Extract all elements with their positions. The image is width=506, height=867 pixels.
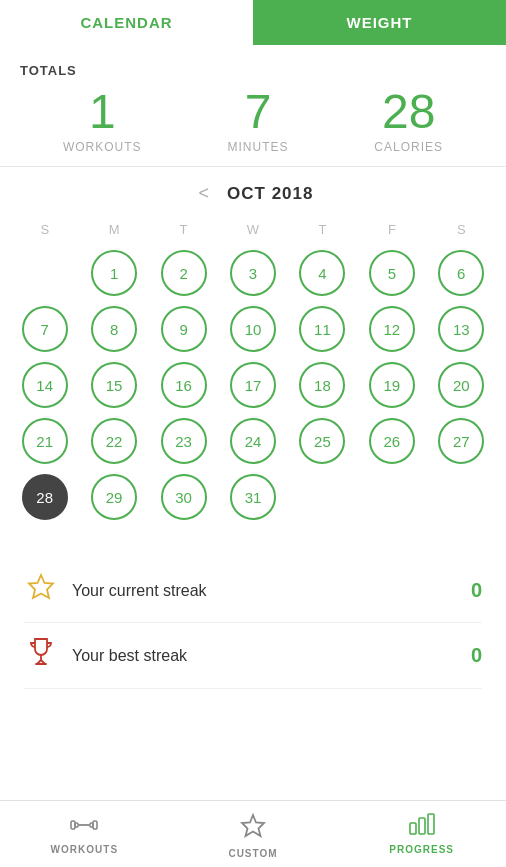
cal-day[interactable]: 26 <box>369 418 415 464</box>
calendar-section: < OCT 2018 SMTWTFS1234567891011121314151… <box>0 167 506 539</box>
cal-day[interactable]: 11 <box>299 306 345 352</box>
workouts-label: WORKOUTS <box>63 140 142 154</box>
cal-day[interactable]: 7 <box>22 306 68 352</box>
current-streak-value: 0 <box>471 579 482 602</box>
cal-day[interactable]: 8 <box>91 306 137 352</box>
top-tab-bar: CALENDAR WEIGHT <box>0 0 506 45</box>
current-streak-label: Your current streak <box>72 582 471 600</box>
cal-day[interactable]: 6 <box>438 250 484 296</box>
nav-custom[interactable]: CUSTOM <box>169 809 338 863</box>
cal-day-header: S <box>10 216 79 243</box>
bottom-nav: WORKOUTS CUSTOM PROGRESS <box>0 800 506 867</box>
workouts-nav-label: WORKOUTS <box>51 844 118 855</box>
cal-day[interactable]: 28 <box>22 474 68 520</box>
cal-day[interactable]: 1 <box>91 250 137 296</box>
nav-workouts[interactable]: WORKOUTS <box>0 809 169 863</box>
prev-month-button[interactable]: < <box>193 183 216 204</box>
month-year-label: OCT 2018 <box>227 184 313 204</box>
svg-rect-13 <box>428 814 434 834</box>
cal-day[interactable]: 24 <box>230 418 276 464</box>
current-streak-row: Your current streak 0 <box>24 559 482 623</box>
streak-section: Your current streak 0 Your best streak 0 <box>0 547 506 701</box>
tab-weight[interactable]: WEIGHT <box>253 0 506 45</box>
cal-day[interactable]: 29 <box>91 474 137 520</box>
cal-day[interactable]: 17 <box>230 362 276 408</box>
cal-day[interactable]: 16 <box>161 362 207 408</box>
cal-day-header: M <box>79 216 148 243</box>
totals-title: TOTALS <box>20 63 486 78</box>
totals-workouts: 1 WORKOUTS <box>63 88 142 154</box>
cal-day[interactable]: 14 <box>22 362 68 408</box>
totals-calories: 28 CALORIES <box>374 88 443 154</box>
cal-day[interactable]: 25 <box>299 418 345 464</box>
minutes-value: 7 <box>245 88 272 136</box>
svg-rect-8 <box>93 821 97 829</box>
cal-day[interactable]: 13 <box>438 306 484 352</box>
cal-day[interactable]: 30 <box>161 474 207 520</box>
totals-section: TOTALS 1 WORKOUTS 7 MINUTES 28 CALORIES <box>0 45 506 167</box>
totals-minutes: 7 MINUTES <box>227 88 288 154</box>
current-streak-icon <box>24 573 58 608</box>
cal-day[interactable]: 9 <box>161 306 207 352</box>
best-streak-icon <box>24 637 58 674</box>
minutes-label: MINUTES <box>227 140 288 154</box>
progress-nav-icon <box>409 813 435 841</box>
svg-rect-11 <box>410 823 416 834</box>
progress-nav-label: PROGRESS <box>389 844 454 855</box>
svg-rect-6 <box>75 823 78 827</box>
cal-day-header: W <box>218 216 287 243</box>
nav-progress[interactable]: PROGRESS <box>337 809 506 863</box>
cal-day[interactable]: 10 <box>230 306 276 352</box>
cal-day[interactable]: 31 <box>230 474 276 520</box>
cal-day[interactable]: 21 <box>22 418 68 464</box>
cal-day[interactable]: 23 <box>161 418 207 464</box>
cal-day[interactable]: 20 <box>438 362 484 408</box>
cal-day-header: T <box>149 216 218 243</box>
best-streak-label: Your best streak <box>72 647 471 665</box>
custom-nav-icon <box>240 813 266 845</box>
svg-rect-12 <box>419 818 425 834</box>
svg-marker-0 <box>29 575 53 598</box>
cal-day[interactable]: 15 <box>91 362 137 408</box>
cal-day[interactable]: 5 <box>369 250 415 296</box>
svg-marker-10 <box>242 815 264 836</box>
cal-day[interactable]: 18 <box>299 362 345 408</box>
calories-label: CALORIES <box>374 140 443 154</box>
totals-row: 1 WORKOUTS 7 MINUTES 28 CALORIES <box>20 88 486 154</box>
calendar-header: < OCT 2018 <box>10 183 496 204</box>
calories-value: 28 <box>382 88 435 136</box>
cal-day[interactable]: 22 <box>91 418 137 464</box>
cal-day[interactable]: 27 <box>438 418 484 464</box>
workouts-nav-icon <box>70 813 98 841</box>
best-streak-value: 0 <box>471 644 482 667</box>
cal-day[interactable]: 3 <box>230 250 276 296</box>
custom-nav-label: CUSTOM <box>228 848 277 859</box>
cal-day[interactable]: 2 <box>161 250 207 296</box>
workouts-value: 1 <box>89 88 116 136</box>
cal-day[interactable]: 12 <box>369 306 415 352</box>
cal-day[interactable]: 19 <box>369 362 415 408</box>
cal-day-header: S <box>427 216 496 243</box>
tab-calendar[interactable]: CALENDAR <box>0 0 253 45</box>
best-streak-row: Your best streak 0 <box>24 623 482 689</box>
cal-day[interactable]: 4 <box>299 250 345 296</box>
cal-day-header: T <box>288 216 357 243</box>
cal-day-header: F <box>357 216 426 243</box>
calendar-grid: SMTWTFS123456789101112131415161718192021… <box>10 216 496 523</box>
